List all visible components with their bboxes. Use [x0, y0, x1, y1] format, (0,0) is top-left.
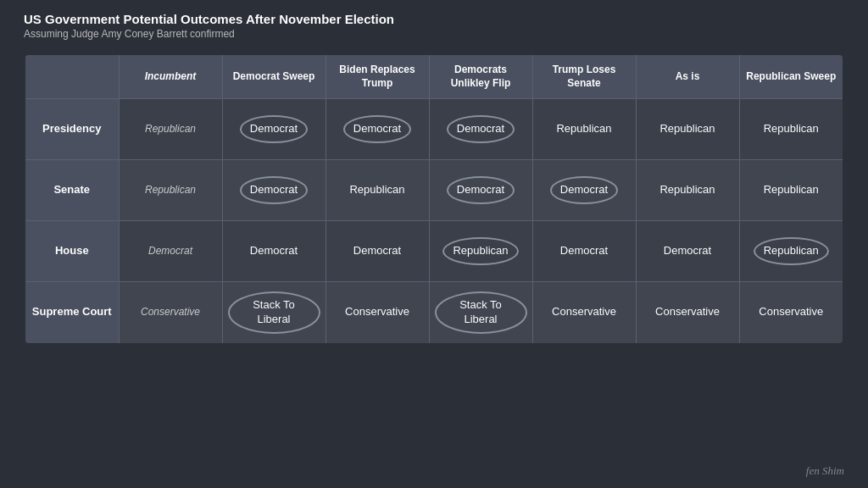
signature: fen Shim — [806, 464, 844, 478]
table-cell: Stack To Liberal — [429, 282, 532, 343]
main-table-container: Incumbent Democrat Sweep Biden Replaces … — [25, 55, 843, 343]
table-cell: Conservative — [532, 282, 636, 343]
table-row: SenateRepublicanDemocratRepublicanDemocr… — [25, 160, 843, 221]
row-label-senate: Senate — [25, 160, 119, 221]
table-cell: Republican — [739, 99, 843, 160]
cell-incumbent: Republican — [119, 99, 222, 160]
table-cell: Democrat — [222, 221, 326, 282]
table-cell: Democrat — [636, 221, 739, 282]
table-cell: Republican — [739, 160, 843, 221]
table-cell: Conservative — [326, 282, 429, 343]
col-header-incumbent: Incumbent — [119, 55, 222, 99]
col-header-rep-sweep: Republican Sweep — [739, 55, 843, 99]
oval-highlight: Democrat — [447, 176, 515, 204]
col-header-as-is: As is — [636, 55, 739, 99]
table-cell: Democrat — [532, 160, 636, 221]
oval-highlight: Democrat — [550, 176, 618, 204]
oval-highlight: Democrat — [240, 176, 308, 204]
oval-highlight: Republican — [442, 237, 518, 265]
row-label-supreme-court: Supreme Court — [25, 282, 119, 343]
table-cell: Conservative — [636, 282, 739, 343]
row-label-house: House — [25, 221, 119, 282]
oval-highlight: Republican — [754, 237, 829, 265]
page-subtitle: Assuming Judge Amy Coney Barrett confirm… — [24, 28, 844, 40]
table-cell: Democrat — [429, 99, 532, 160]
table-cell: Democrat — [326, 99, 429, 160]
table-cell: Republican — [429, 221, 532, 282]
oval-highlight: Stack To Liberal — [435, 291, 527, 334]
oval-highlight: Stack To Liberal — [228, 291, 320, 334]
table-cell: Republican — [636, 99, 739, 160]
page-title: US Government Potential Outcomes After N… — [24, 12, 844, 26]
table-cell: Democrat — [326, 221, 429, 282]
cell-incumbent: Conservative — [119, 282, 222, 343]
table-cell: Democrat — [429, 160, 532, 221]
outcomes-table: Incumbent Democrat Sweep Biden Replaces … — [25, 55, 843, 343]
table-cell: Republican — [532, 99, 636, 160]
cell-incumbent: Democrat — [119, 221, 222, 282]
col-header-biden-replaces: Biden Replaces Trump — [326, 55, 429, 99]
oval-highlight: Democrat — [447, 115, 515, 143]
col-header-label — [25, 55, 119, 99]
row-label-presidency: Presidency — [25, 99, 119, 160]
table-row: Supreme CourtConservativeStack To Libera… — [25, 282, 843, 343]
col-header-dem-sweep: Democrat Sweep — [222, 55, 326, 99]
header: US Government Potential Outcomes After N… — [0, 0, 868, 47]
table-row: HouseDemocratDemocratDemocratRepublicanD… — [25, 221, 843, 282]
table-header-row: Incumbent Democrat Sweep Biden Replaces … — [25, 55, 843, 99]
table-cell: Democrat — [222, 160, 326, 221]
table-cell: Stack To Liberal — [222, 282, 326, 343]
table-cell: Republican — [636, 160, 739, 221]
cell-incumbent: Republican — [119, 160, 222, 221]
table-cell: Republican — [326, 160, 429, 221]
table-cell: Republican — [739, 221, 843, 282]
table-cell: Democrat — [532, 221, 636, 282]
col-header-dems-unlikely: Democrats Unlikley Flip — [429, 55, 532, 99]
table-row: PresidencyRepublicanDemocratDemocratDemo… — [25, 99, 843, 160]
oval-highlight: Democrat — [343, 115, 411, 143]
table-cell: Democrat — [222, 99, 326, 160]
oval-highlight: Democrat — [240, 115, 308, 143]
col-header-trump-loses: Trump Loses Senate — [532, 55, 636, 99]
table-cell: Conservative — [739, 282, 843, 343]
